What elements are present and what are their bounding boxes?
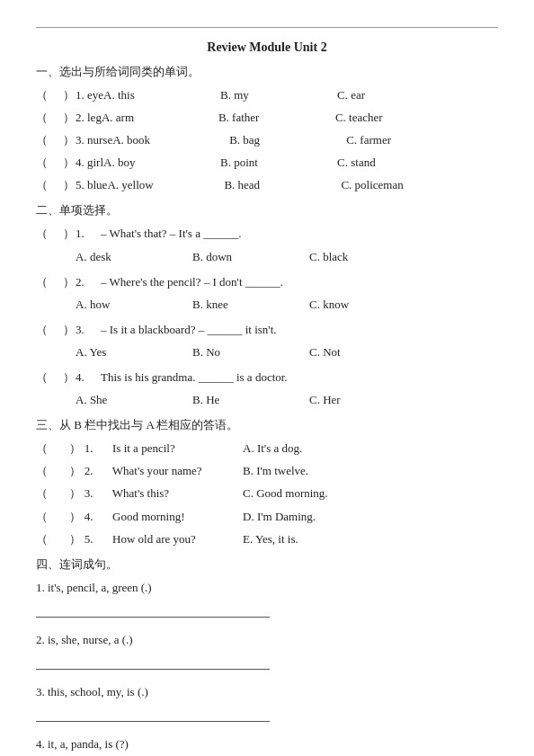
choice-c: C. stand xyxy=(337,153,454,173)
choice-b: B. No xyxy=(192,342,309,362)
section3-question-row: （ ） 3. What's this? C. Good morning. xyxy=(36,484,498,503)
choice-a: A. She xyxy=(76,390,192,410)
section1-question-row: （ ） 5. blue A. yellow B. head C. policem… xyxy=(36,175,498,195)
q-num: 1. xyxy=(85,439,110,458)
close-paren: ） xyxy=(63,368,76,387)
choice-c: C. policeman xyxy=(341,175,458,195)
section4-text: 3. this, school, my, is (.) xyxy=(36,682,498,702)
open-paren: （ xyxy=(36,439,49,458)
q-num: 1. eye xyxy=(76,85,103,105)
s3-answer: A. It's a dog. xyxy=(243,439,498,458)
s3-answer: B. I'm twelve. xyxy=(243,461,498,481)
choice-a: A. yellow xyxy=(107,175,224,195)
q-stem: – Where's the pencil? – I don't ______. xyxy=(101,272,498,292)
open-paren: （ xyxy=(36,529,49,549)
close-paren: ） xyxy=(69,439,82,458)
close-paren: ） xyxy=(63,272,76,292)
section1-question-row: （ ） 3. nurse A. book B. bag C. farmer xyxy=(36,130,498,150)
q-stem: What's your name? xyxy=(112,464,202,477)
section4-text: 2. is, she, nurse, a (.) xyxy=(36,630,498,650)
q-stem: Good morning! xyxy=(112,510,185,523)
section2-question-block: （ ） 1. – What's that? – It's a ______. A… xyxy=(36,224,498,266)
choice-a: A. arm xyxy=(102,108,218,128)
q-num: 4. xyxy=(85,507,110,527)
q-num: 1. xyxy=(76,224,101,244)
choice-a: A. this xyxy=(103,85,220,105)
choice-c: C. teacher xyxy=(335,108,452,128)
section4-text: 1. it's, pencil, a, green (.) xyxy=(36,578,498,598)
section1-question-row: （ ） 1. eye A. this B. my C. ear xyxy=(36,85,498,105)
open-paren: （ xyxy=(36,320,49,340)
s3-answer: D. I'm Daming. xyxy=(243,507,498,527)
section2-question-block: （ ） 3. – Is it a blackboard? – ______ it… xyxy=(36,320,498,362)
q-num: 5. blue xyxy=(76,175,107,195)
choice-c: C. farmer xyxy=(346,130,463,150)
section2-questions: （ ） 1. – What's that? – It's a ______. A… xyxy=(36,224,498,410)
section1-header: 一、选出与所给词同类的单词。 xyxy=(36,64,498,80)
section4-question-item: 3. this, school, my, is (.) xyxy=(36,682,498,722)
section2-question-block: （ ） 4. This is his grandma. ______ is a … xyxy=(36,368,498,410)
section3-questions: （ ） 1. Is it a pencil? A. It's a dog. （ … xyxy=(36,439,498,548)
write-line xyxy=(36,601,270,618)
q-stem: Is it a pencil? xyxy=(112,441,175,455)
open-paren: （ xyxy=(36,484,49,503)
open-paren: （ xyxy=(36,507,49,527)
q-num: 3. xyxy=(85,484,110,503)
top-divider xyxy=(36,27,498,28)
s3-left: （ ） 2. What's your name? xyxy=(36,461,243,481)
q-num: 5. xyxy=(85,529,110,549)
close-paren: ） xyxy=(63,175,76,195)
open-paren: （ xyxy=(36,130,49,150)
open-paren: （ xyxy=(36,272,49,292)
section4-header: 四、连词成句。 xyxy=(36,556,498,573)
open-paren: （ xyxy=(36,224,49,244)
open-paren: （ xyxy=(36,153,49,173)
section4-text: 4. it, a, panda, is (?) xyxy=(36,734,498,754)
choice-c: C. Not xyxy=(309,342,399,362)
section4-questions: 1. it's, pencil, a, green (.) 2. is, she… xyxy=(36,578,498,756)
s3-answer: C. Good morning. xyxy=(243,484,498,503)
q-num: 4. xyxy=(76,368,101,387)
section4-question-item: 2. is, she, nurse, a (.) xyxy=(36,630,498,670)
section3-question-row: （ ） 2. What's your name? B. I'm twelve. xyxy=(36,461,498,481)
page-title: Review Module Unit 2 xyxy=(36,40,498,55)
close-paren: ） xyxy=(69,529,82,549)
write-line xyxy=(36,706,270,722)
open-paren: （ xyxy=(36,85,49,105)
close-paren: ） xyxy=(63,224,76,244)
choice-b: B. knee xyxy=(192,295,309,315)
q-num: 4. girl xyxy=(76,153,103,173)
choice-c: C. ear xyxy=(337,85,454,105)
close-paren: ） xyxy=(69,484,82,503)
choice-b: B. down xyxy=(192,247,309,267)
close-paren: ） xyxy=(69,507,82,527)
open-paren: （ xyxy=(36,461,49,481)
s3-left: （ ） 1. Is it a pencil? xyxy=(36,439,243,458)
s3-left: （ ） 3. What's this? xyxy=(36,484,243,503)
choice-b: B. bag xyxy=(229,130,346,150)
q-num: 2. xyxy=(76,272,101,292)
s3-left: （ ） 5. How old are you? xyxy=(36,529,243,549)
choice-c: C. Her xyxy=(309,390,399,410)
choice-c: C. black xyxy=(309,247,399,267)
section4-question-item: 4. it, a, panda, is (?) xyxy=(36,734,498,756)
q-stem: – Is it a blackboard? – ______ it isn't. xyxy=(101,320,498,340)
q-stem: What's this? xyxy=(112,486,169,500)
q-stem: – What's that? – It's a ______. xyxy=(101,224,498,244)
section3-question-row: （ ） 4. Good morning! D. I'm Daming. xyxy=(36,507,498,527)
section1-question-row: （ ） 4. girl A. boy B. point C. stand xyxy=(36,153,498,173)
open-paren: （ xyxy=(36,368,49,387)
section1-questions: （ ） 1. eye A. this B. my C. ear （ ） 2. l… xyxy=(36,85,498,195)
q-num: 3. nurse xyxy=(76,130,112,150)
q-stem: How old are you? xyxy=(112,532,196,546)
open-paren: （ xyxy=(36,175,49,195)
close-paren: ） xyxy=(63,320,76,340)
s3-answer: E. Yes, it is. xyxy=(243,529,498,549)
q-stem: This is his grandma. ______ is a doctor. xyxy=(101,368,498,387)
section2-header: 二、单项选择。 xyxy=(36,202,498,218)
close-paren: ） xyxy=(63,153,76,173)
choice-a: A. how xyxy=(76,295,192,315)
choice-a: A. boy xyxy=(103,153,220,173)
q-num: 3. xyxy=(76,320,101,340)
q-num: 2. xyxy=(85,461,110,481)
